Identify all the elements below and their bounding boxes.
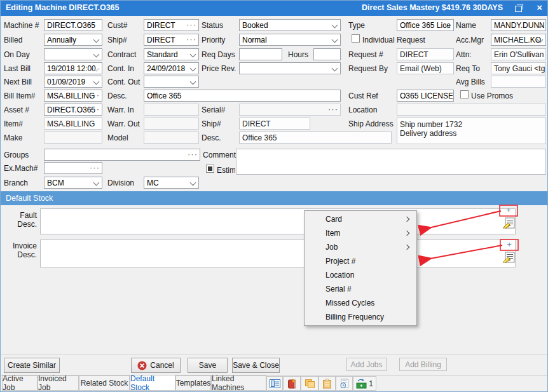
priority-combo[interactable]: Normal	[239, 34, 341, 46]
branch-combo[interactable]: BCM	[44, 177, 102, 189]
fault-add-button[interactable]: +	[500, 205, 517, 216]
contract-label: Contract	[107, 50, 136, 59]
book-icon[interactable]	[283, 376, 301, 391]
price-rev-combo[interactable]	[239, 62, 341, 74]
desc-item-input: Office 365	[239, 132, 392, 144]
menu-item-job[interactable]: Job	[305, 240, 416, 254]
restore-window-icon[interactable]	[515, 6, 522, 12]
tab-default-stock[interactable]: Default Stock	[130, 375, 175, 391]
window-title: Editing Machine DIRECT.O365	[6, 3, 120, 12]
menu-item-missed-cycles[interactable]: Missed Cycles	[305, 296, 416, 310]
groups-input[interactable]: ···	[44, 149, 200, 161]
warr-out-input[interactable]	[144, 118, 199, 130]
cont-in-combo[interactable]: 24/09/2018	[144, 62, 199, 74]
serial-label: Serial#	[202, 105, 225, 114]
close-icon[interactable]: ×	[537, 2, 542, 13]
individual-request-label: Individual Request	[362, 36, 425, 44]
ellipsis-button[interactable]: ···	[90, 90, 100, 100]
menu-item-project[interactable]: Project #	[305, 254, 416, 268]
tab-related-stock[interactable]: Related Stock	[79, 375, 130, 391]
copy-documents-icon[interactable]	[301, 376, 319, 391]
tab-active-job[interactable]: Active Job	[2, 375, 38, 391]
estimate-checkbox[interactable]	[206, 165, 214, 173]
billing-count-icon[interactable]: 1	[353, 376, 376, 391]
on-day-combo[interactable]	[44, 48, 102, 60]
editing-machine-window: Editing Machine DIRECT.O365 Direct Sales…	[0, 0, 548, 392]
hours-label: Hours	[288, 50, 308, 59]
name-combo[interactable]: MANDY.DUNN	[491, 19, 546, 31]
tab-templates[interactable]: Templates	[175, 375, 211, 391]
clipboard-icon[interactable]	[319, 376, 336, 391]
invoice-add-button[interactable]: +	[500, 240, 518, 250]
cancel-button[interactable]: Cancel	[131, 358, 181, 373]
priority-label: Priority	[202, 36, 225, 44]
hours-input[interactable]	[313, 48, 341, 60]
asset-label: Asset #	[4, 105, 29, 114]
bill-item-input[interactable]: MSA.BILLING···	[44, 90, 102, 102]
fault-edit-note-icon[interactable]	[502, 217, 515, 229]
avg-bills-label: Avg Bills	[456, 78, 485, 86]
default-stock-section-header: Default Stock	[1, 191, 548, 205]
comment-textarea[interactable]	[236, 149, 546, 175]
desc-machine-input[interactable]: Office 365	[144, 90, 341, 102]
cust-ref-input[interactable]: O365 LICENSES	[397, 90, 454, 102]
use-promos-checkbox[interactable]	[460, 90, 469, 98]
division-combo[interactable]: MC	[144, 177, 199, 189]
cont-out-combo[interactable]	[144, 76, 199, 88]
save-button[interactable]: Save	[188, 358, 228, 373]
invoice-desc-textarea[interactable]	[40, 240, 516, 267]
tab-invoiced-job[interactable]: Invoiced Job	[38, 375, 79, 391]
asset-input[interactable]: DIRECT.O365···	[44, 104, 102, 116]
last-bill-combo[interactable]: 19/2018 12:00	[44, 62, 102, 74]
ex-mach-input[interactable]: ···	[44, 162, 102, 174]
cust-input[interactable]: DIRECT···	[144, 19, 199, 31]
model-label: Model	[107, 133, 128, 142]
fault-desc-textarea[interactable]	[40, 208, 516, 234]
menu-item-card[interactable]: Card	[305, 212, 416, 226]
ellipsis-button[interactable]: ···	[90, 104, 100, 114]
model-input[interactable]	[144, 132, 199, 144]
create-similar-button[interactable]: Create Similar	[4, 358, 60, 373]
save-close-button[interactable]: Save & Close	[232, 358, 280, 373]
billed-combo[interactable]: Annually	[44, 34, 102, 46]
request-no-label: Request #	[348, 50, 383, 59]
ellipsis-button[interactable]: ···	[186, 20, 196, 29]
tab-linked-machines[interactable]: Linked Machines	[211, 375, 266, 391]
menu-item-location[interactable]: Location	[305, 268, 416, 282]
serial-input[interactable]: ···	[239, 104, 341, 116]
next-bill-combo[interactable]: 01/09/2019	[44, 76, 102, 88]
attn-label: Attn:	[456, 50, 472, 59]
ellipsis-button[interactable]: ···	[188, 149, 198, 159]
report-icon[interactable]	[266, 376, 283, 391]
invoice-edit-note-icon[interactable]	[502, 252, 515, 264]
req-days-input[interactable]	[239, 48, 282, 60]
make-input[interactable]	[44, 132, 102, 144]
type-combo[interactable]: Office 365 Lice	[397, 19, 454, 31]
history-icon[interactable]	[336, 376, 353, 391]
next-bill-label: Next Bill	[4, 78, 32, 86]
division-label: Division	[107, 179, 134, 187]
menu-item-item[interactable]: Item	[305, 226, 416, 240]
menu-item-billing-frequency[interactable]: Billing Frequency	[305, 310, 416, 324]
menu-item-serial[interactable]: Serial #	[305, 282, 416, 296]
acc-mgr-label: Acc.Mgr	[456, 36, 484, 44]
acc-mgr-combo[interactable]: MICHAEL.KO	[491, 34, 546, 46]
ellipsis-button[interactable]: ···	[186, 34, 196, 44]
use-promos-label: Use Promos	[471, 91, 513, 100]
location-input[interactable]	[397, 104, 546, 116]
chevron-down-icon	[190, 65, 196, 72]
individual-request-checkbox[interactable]	[352, 34, 360, 43]
estimate-label: Estima	[217, 166, 235, 175]
ellipsis-button[interactable]: ···	[90, 163, 100, 172]
warr-in-input[interactable]	[144, 104, 199, 116]
status-combo[interactable]: Booked	[239, 19, 341, 31]
ellipsis-button[interactable]: ···	[328, 104, 338, 114]
add-jobs-button: Add Jobs	[346, 358, 387, 371]
bill-item-label: Bill Item#	[4, 91, 35, 100]
chevron-down-icon	[190, 180, 196, 186]
chevron-down-icon	[190, 79, 196, 85]
machine-label: Machine #	[4, 21, 39, 30]
ship-input[interactable]: DIRECT···	[144, 34, 199, 46]
contract-combo[interactable]: Standard	[144, 48, 199, 60]
machine-input[interactable]: DIRECT.O365	[44, 19, 102, 31]
